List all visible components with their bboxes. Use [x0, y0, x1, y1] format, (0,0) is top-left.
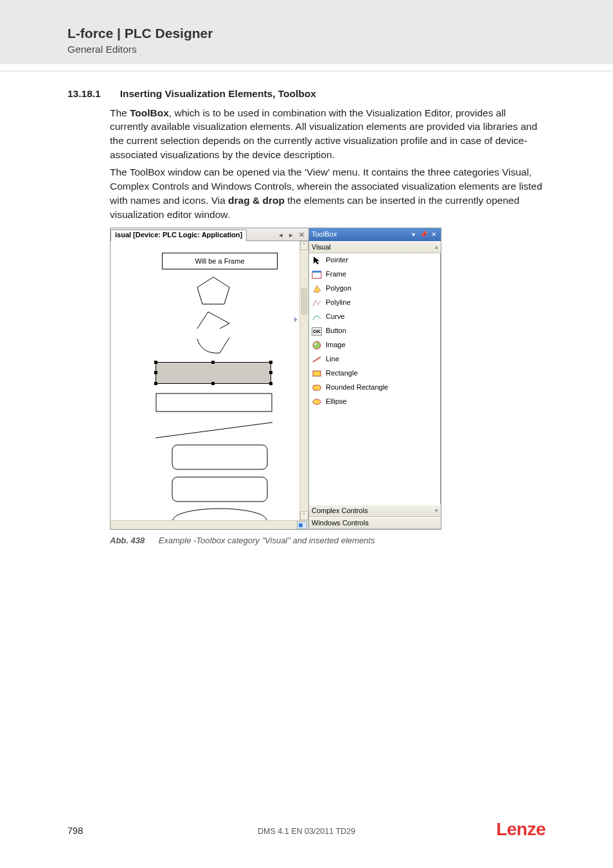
- frame-element[interactable]: Will be a Frame: [162, 253, 278, 269]
- svg-rect-12: [313, 371, 321, 376]
- toolbox-category-visual[interactable]: Visual ▴: [309, 241, 441, 253]
- doc-subtitle: General Editors: [67, 44, 543, 55]
- toolbox-category-windows[interactable]: Windows Controls: [309, 517, 441, 529]
- section-heading: 13.18.1 Inserting Visualization Elements…: [67, 87, 543, 101]
- paragraph: The ToolBox window can be opened via the…: [110, 165, 543, 221]
- rounded-rectangle-shape[interactable]: [172, 444, 268, 470]
- dropdown-icon[interactable]: ▾: [409, 230, 418, 239]
- polyline-icon: [312, 298, 322, 308]
- rounded-rectangle-shape[interactable]: [172, 476, 268, 502]
- expand-icon: ▾: [435, 507, 438, 515]
- visualization-canvas[interactable]: Will be a Frame: [111, 241, 299, 520]
- toolbox-category-complex[interactable]: Complex Controls ▾: [309, 505, 441, 517]
- expand-marker-icon: [294, 317, 298, 322]
- toolbox-item-image[interactable]: Image: [309, 338, 440, 352]
- toolbox-item-ellipse[interactable]: Ellipse: [309, 395, 440, 409]
- editor-mode-icon[interactable]: [297, 521, 307, 529]
- toolbox-item-rounded-rectangle[interactable]: Rounded Rectangle: [309, 381, 440, 395]
- curve-shape[interactable]: [194, 335, 233, 357]
- tab-prev-icon[interactable]: ◂: [276, 230, 285, 239]
- polyline-shape[interactable]: [194, 309, 233, 331]
- scroll-down-icon[interactable]: ˅: [300, 511, 308, 520]
- ellipse-icon: [312, 397, 322, 407]
- svg-line-2: [155, 422, 272, 438]
- svg-rect-1: [156, 393, 272, 411]
- brand-logo: Lenze: [496, 819, 546, 840]
- svg-rect-6: [312, 272, 321, 278]
- toolbox-item-curve[interactable]: Curve: [309, 310, 440, 324]
- section-title: Inserting Visualization Elements, Toolbo…: [120, 87, 316, 101]
- svg-rect-7: [312, 271, 321, 273]
- frame-icon: [312, 269, 322, 280]
- collapse-icon: ▴: [435, 243, 438, 251]
- screenshot: isual [Device: PLC Logic: Application] ◂…: [110, 228, 441, 530]
- close-icon[interactable]: ✕: [429, 230, 438, 239]
- svg-rect-4: [172, 477, 267, 502]
- svg-point-9: [313, 341, 321, 349]
- editor-tabstrip: isual [Device: PLC Logic: Application] ◂…: [111, 228, 308, 241]
- doc-title: L-force | PLC Designer: [67, 26, 543, 41]
- pointer-icon: [312, 255, 322, 266]
- button-icon: OK: [312, 326, 322, 336]
- polygon-icon: [312, 284, 322, 294]
- vertical-scrollbar[interactable]: ˄ ˅: [299, 241, 308, 520]
- divider: [0, 71, 613, 71]
- toolbox-titlebar: ToolBox ▾ 📌 ✕: [309, 228, 441, 241]
- rectangle-icon: [312, 368, 322, 379]
- tab-close-icon[interactable]: ✕: [297, 230, 306, 239]
- image-icon: [312, 340, 322, 350]
- toolbox-item-button[interactable]: OKButton: [309, 324, 440, 338]
- toolbox-title: ToolBox: [312, 230, 337, 239]
- curve-icon: [312, 312, 322, 322]
- svg-line-11: [313, 357, 321, 362]
- toolbox-item-polyline[interactable]: Polyline: [309, 296, 440, 310]
- selected-rectangle[interactable]: [155, 362, 271, 384]
- toolbox-item-pointer[interactable]: Pointer: [309, 253, 440, 267]
- paragraph: The ToolBox, which is to be used in comb…: [110, 106, 543, 162]
- pin-icon[interactable]: 📌: [419, 230, 428, 239]
- polygon-shape[interactable]: [194, 276, 233, 305]
- svg-marker-0: [197, 277, 229, 304]
- section-number: 13.18.1: [67, 87, 101, 101]
- rounded-rectangle-icon: [312, 383, 322, 393]
- toolbox-item-list: Pointer Frame Polygon Polyline Curve OKB…: [309, 253, 441, 505]
- page-footer: 798 DMS 4.1 EN 03/2011 TD29 Lenze: [0, 810, 613, 836]
- horizontal-scrollbar[interactable]: [111, 520, 308, 529]
- line-shape[interactable]: [155, 421, 272, 439]
- svg-rect-3: [172, 445, 267, 469]
- svg-point-14: [313, 399, 321, 404]
- editor-tab[interactable]: isual [Device: PLC Logic: Application]: [111, 230, 247, 241]
- tab-next-icon[interactable]: ▸: [287, 230, 296, 239]
- toolbox-item-polygon[interactable]: Polygon: [309, 282, 440, 296]
- toolbox-item-rectangle[interactable]: Rectangle: [309, 366, 440, 381]
- svg-rect-13: [313, 385, 321, 390]
- scroll-up-icon[interactable]: ˄: [300, 241, 308, 250]
- figure-caption: Abb. 438 Example -Toolbox category "Visu…: [110, 535, 543, 547]
- svg-point-10: [315, 343, 317, 345]
- line-icon: [312, 354, 322, 365]
- toolbox-item-line[interactable]: Line: [309, 352, 440, 366]
- toolbox-item-frame[interactable]: Frame: [309, 267, 440, 282]
- scroll-thumb[interactable]: [301, 289, 307, 314]
- svg-marker-8: [314, 285, 321, 293]
- rectangle-shape[interactable]: [155, 393, 272, 412]
